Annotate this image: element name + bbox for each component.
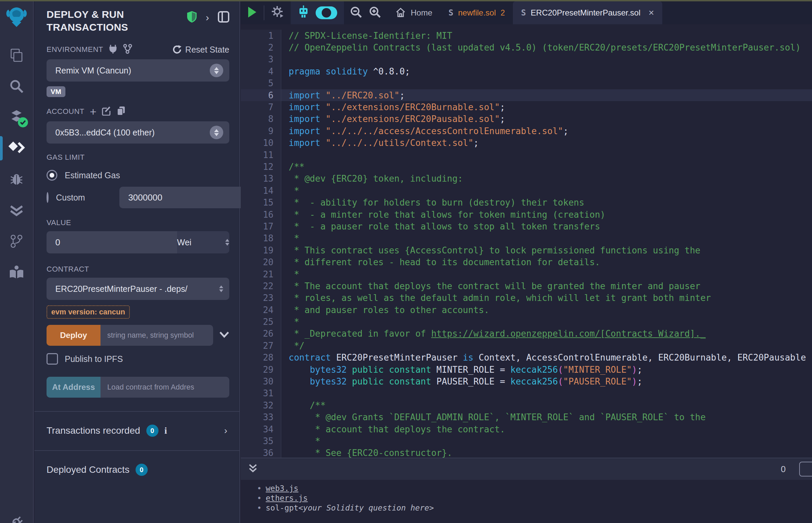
code-line[interactable]: 2// OpenZeppelin Contracts (last updated… xyxy=(241,41,812,53)
deployed-contracts-section[interactable]: Deployed Contracts 0 xyxy=(34,451,240,476)
line-number: 35 xyxy=(241,435,281,447)
constructor-args-input[interactable] xyxy=(101,325,213,346)
terminal-solgpt-hint: <your Solidity question here> xyxy=(298,503,434,512)
code-line[interactable]: 36 * See {ERC20-constructor}. xyxy=(241,447,812,458)
code-line[interactable]: 15 * - ability for holders to burn (dest… xyxy=(241,196,812,208)
code-line[interactable]: 14 * xyxy=(241,185,812,196)
zoom-out-icon[interactable] xyxy=(350,6,362,20)
chevron-right-icon[interactable]: › xyxy=(224,425,227,436)
at-address-input[interactable] xyxy=(101,377,229,398)
run-script-icon[interactable] xyxy=(247,6,257,20)
line-number: 23 xyxy=(241,292,281,304)
code-line[interactable]: 7import "../extensions/ERC20Burnable.sol… xyxy=(241,101,812,113)
code-line[interactable]: 11 xyxy=(241,149,812,161)
deploy-button[interactable]: Deploy xyxy=(47,325,101,346)
code-line[interactable]: 13 * @dev {ERC20} token, including: xyxy=(241,173,812,185)
code-line[interactable]: 25 * xyxy=(241,316,812,327)
code-line[interactable]: 30 bytes32 public constant PAUSER_ROLE =… xyxy=(241,375,812,387)
code-line[interactable]: 5 xyxy=(241,77,812,89)
code-line[interactable]: 24 * and pauser roles to other accounts. xyxy=(241,304,812,316)
info-icon[interactable]: i xyxy=(164,425,167,436)
code-line[interactable]: 17 * - a pauser role that allows to stop… xyxy=(241,220,812,232)
terminal-link-ethers[interactable]: ethers.js xyxy=(266,494,308,502)
custom-gas-radio[interactable] xyxy=(47,192,49,203)
code-line[interactable]: 35 * xyxy=(241,435,812,447)
code-line[interactable]: 3 xyxy=(241,54,812,65)
code-line[interactable]: 22 * The account that deploys the contra… xyxy=(241,280,812,292)
publish-ipfs-checkbox[interactable] xyxy=(47,353,58,365)
value-input[interactable] xyxy=(47,231,177,253)
code-line[interactable]: 9import "../../../access/AccessControlEn… xyxy=(241,125,812,137)
terminal-search-box[interactable] xyxy=(799,462,812,476)
code-line[interactable]: 4pragma solidity ^0.8.0; xyxy=(241,65,812,77)
copy-account-icon[interactable] xyxy=(117,106,125,117)
code-line[interactable]: 6import "../ERC20.sol"; xyxy=(241,89,812,101)
plugin-manager-icon[interactable] xyxy=(9,516,25,523)
line-number: 24 xyxy=(241,304,281,316)
code-line[interactable]: 10import "../../../utils/Context.sol"; xyxy=(241,137,812,149)
environment-select[interactable]: Remix VM (Cancun) xyxy=(47,59,229,82)
edit-account-icon[interactable] xyxy=(102,106,111,117)
code-line[interactable]: 18 * xyxy=(241,233,812,244)
close-tab-icon[interactable]: × xyxy=(649,7,654,18)
at-address-button[interactable]: At Address xyxy=(47,377,101,398)
deploy-run-icon[interactable] xyxy=(0,133,33,164)
code-line[interactable]: 34 * account that deploys the contract. xyxy=(241,423,812,435)
chevron-right-icon[interactable]: › xyxy=(206,12,209,23)
learneth-icon[interactable] xyxy=(0,257,33,288)
expand-args-icon[interactable] xyxy=(219,331,229,339)
tab-newfile[interactable]: S newfile.sol 2 xyxy=(440,1,513,24)
value-unit-select[interactable]: Wei xyxy=(177,231,229,253)
zoom-in-icon[interactable] xyxy=(369,6,381,20)
debugger-icon[interactable] xyxy=(0,164,33,195)
code-line[interactable]: 19 * This contract uses {AccessControl} … xyxy=(241,244,812,256)
custom-gas-input[interactable] xyxy=(119,187,244,208)
code-line[interactable]: 23 * roles, as well as the default admin… xyxy=(241,292,812,304)
terminal-collapse-icon[interactable] xyxy=(248,463,258,475)
terminal-output[interactable]: •web3.js •ethers.js •sol-gpt <your Solid… xyxy=(241,480,812,523)
code-line[interactable]: 1// SPDX-License-Identifier: MIT xyxy=(241,30,812,41)
reset-icon xyxy=(172,45,182,54)
terminal-link-web3[interactable]: web3.js xyxy=(266,484,298,493)
solidity-compiler-icon[interactable] xyxy=(0,102,33,133)
publish-ipfs-label: Publish to IPFS xyxy=(65,354,123,364)
code-line[interactable]: 31 xyxy=(241,387,812,399)
code-line[interactable]: 27 */ xyxy=(241,340,812,351)
script-config-icon[interactable] xyxy=(271,5,285,20)
code-line[interactable]: 12/** xyxy=(241,161,812,173)
line-number: 11 xyxy=(241,149,281,161)
unit-testing-icon[interactable] xyxy=(0,195,33,226)
layout-icon[interactable] xyxy=(218,11,229,24)
tab-home[interactable]: Home xyxy=(387,1,440,24)
account-select[interactable]: 0x5B3...eddC4 (100 ether) xyxy=(47,121,229,144)
terminal-bar: 0 xyxy=(241,458,812,480)
line-number: 3 xyxy=(241,54,281,65)
git-icon[interactable] xyxy=(0,226,33,257)
add-account-icon[interactable]: + xyxy=(90,108,96,115)
code-editor[interactable]: 1// SPDX-License-Identifier: MIT2// Open… xyxy=(241,24,812,458)
remix-logo[interactable] xyxy=(6,5,27,30)
code-line[interactable]: 26 * _Deprecated in favor of https://wiz… xyxy=(241,328,812,340)
solidity-file-icon: S xyxy=(521,8,526,18)
transactions-recorded-section[interactable]: Transactions recorded 0 i › xyxy=(34,412,240,437)
code-line[interactable]: 29 bytes32 public constant MINTER_ROLE =… xyxy=(241,364,812,375)
contract-select[interactable]: ERC20PresetMinterPauser - .deps/ xyxy=(47,278,229,300)
code-line[interactable]: 8import "../extensions/ERC20Pausable.sol… xyxy=(241,113,812,125)
shield-icon[interactable] xyxy=(187,11,197,24)
code-line[interactable]: 21 * xyxy=(241,268,812,280)
fork-icon[interactable] xyxy=(123,44,132,55)
account-label: ACCOUNT xyxy=(47,107,84,116)
tab-erc20presetminterpauser[interactable]: S ERC20PresetMinterPauser.sol × xyxy=(513,1,662,24)
code-line[interactable]: 32 /** xyxy=(241,399,812,411)
code-line[interactable]: 16 * - a minter role that allows for tok… xyxy=(241,209,812,220)
code-line[interactable]: 28contract ERC20PresetMinterPauser is Co… xyxy=(241,352,812,364)
remixai-robot-icon[interactable] xyxy=(297,5,310,20)
file-explorer-icon[interactable] xyxy=(0,40,33,71)
code-line[interactable]: 20 * different roles - head to its docum… xyxy=(241,256,812,268)
reset-state-button[interactable]: Reset State xyxy=(172,45,229,55)
copilot-toggle[interactable] xyxy=(316,6,337,19)
estimated-gas-radio[interactable] xyxy=(47,170,57,181)
plug-icon[interactable] xyxy=(109,44,117,55)
code-line[interactable]: 33 * @dev Grants `DEFAULT_ADMIN_ROLE`, `… xyxy=(241,412,812,423)
search-icon[interactable] xyxy=(0,71,33,102)
